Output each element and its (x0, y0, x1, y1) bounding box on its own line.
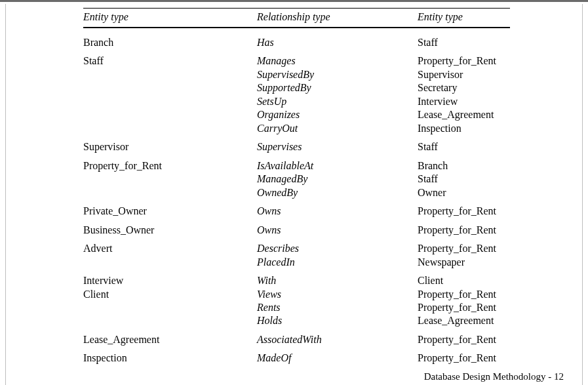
relationship-cell: Supervises (257, 140, 418, 153)
header-relationship: Relationship type (257, 11, 418, 23)
relationship-cell: AssociatedWith (257, 333, 418, 346)
entity-right-value: Property_for_Rent (418, 205, 510, 218)
entity-right-value: Property_for_Rent (418, 301, 510, 314)
entity-right-cell: Property_for_Rent (418, 224, 510, 237)
entity-left-value: Branch (83, 36, 257, 49)
entity-left-value: Inspection (83, 352, 257, 365)
page: Entity type Relationship type Entity typ… (5, 4, 583, 385)
entity-left-value: Staff (83, 54, 257, 68)
entity-right-value: Secretary (418, 81, 510, 94)
relationship-value: Views (257, 288, 418, 301)
relationship-value: Supervises (257, 140, 418, 153)
entity-right-value: Staff (418, 36, 510, 49)
table-row: Property_for_RentIsAvailableAtManagedByO… (83, 157, 510, 202)
entity-right-value: Owner (418, 186, 510, 199)
relationship-value: MadeOf (257, 352, 418, 365)
entity-right-cell: Property_for_Rent (418, 333, 510, 346)
entity-right-cell: Property_for_RentSupervisorSecretaryInte… (418, 54, 510, 135)
entity-left-cell: Business_Owner (83, 224, 257, 237)
relationship-value: Manages (257, 54, 418, 68)
entity-left-cell: InterviewClient (83, 274, 257, 328)
relationship-value: Has (257, 36, 418, 49)
entity-left-cell: Branch (83, 36, 257, 49)
header-entity-right: Entity type (418, 11, 510, 23)
entity-right-value: Property_for_Rent (418, 288, 510, 301)
relationship-value: AssociatedWith (257, 333, 418, 346)
relationship-cell: ManagesSupervisedBySupportedBySetsUpOrga… (257, 54, 418, 135)
table-body: BranchHasStaffStaffManagesSupervisedBySu… (83, 33, 510, 368)
table-header-rule (83, 27, 510, 28)
entity-right-value: Inspection (418, 122, 510, 135)
relationship-cell: Has (257, 36, 418, 49)
entity-right-cell: Staff (418, 36, 510, 49)
entity-left-value: Supervisor (83, 140, 257, 153)
table-row: Lease_AgreementAssociatedWithProperty_fo… (83, 331, 510, 349)
entity-left-value: Property_for_Rent (83, 159, 257, 172)
entity-right-value: Property_for_Rent (418, 224, 510, 237)
entity-right-cell: Property_for_Rent (418, 205, 510, 218)
entity-right-value: Lease_Agreement (418, 108, 510, 121)
entity-right-value: Property_for_Rent (418, 352, 510, 365)
table-row: AdvertDescribesPlacedInProperty_for_Rent… (83, 239, 510, 272)
relationship-value: ManagedBy (257, 172, 418, 186)
table-header-row: Entity type Relationship type Entity typ… (83, 9, 510, 27)
entity-left-cell: Advert (83, 242, 257, 269)
relationship-cell: IsAvailableAtManagedByOwnedBy (257, 159, 418, 199)
relationship-value: SupportedBy (257, 81, 418, 94)
entity-left-cell: Private_Owner (83, 205, 257, 218)
entity-right-cell: ClientProperty_for_RentProperty_for_Rent… (418, 274, 510, 328)
entity-left-cell: Inspection (83, 352, 257, 365)
table-row: Business_OwnerOwnsProperty_for_Rent (83, 221, 510, 239)
entity-right-value: Client (418, 274, 510, 287)
relationship-value: PlacedIn (257, 256, 418, 269)
entity-left-value: Advert (83, 242, 257, 255)
relationship-value: SupervisedBy (257, 68, 418, 81)
entity-right-value: Property_for_Rent (418, 54, 510, 68)
table-row: StaffManagesSupervisedBySupportedBySetsU… (83, 52, 510, 138)
relationship-cell: Owns (257, 205, 418, 218)
relationship-value: SetsUp (257, 95, 418, 108)
window-topbar (0, 0, 588, 2)
header-entity-left: Entity type (83, 11, 257, 23)
table-row: SupervisorSupervisesStaff (83, 138, 510, 156)
entity-left-cell: Property_for_Rent (83, 159, 257, 199)
entity-left-cell: Lease_Agreement (83, 333, 257, 346)
relationship-value: Organizes (257, 108, 418, 121)
relationship-value: CarryOut (257, 122, 418, 135)
entity-right-value: Supervisor (418, 68, 510, 81)
relationship-value: Rents (257, 301, 418, 314)
entity-left-value: Client (83, 288, 257, 301)
entity-right-cell: BranchStaffOwner (418, 159, 510, 199)
relationship-value: Holds (257, 314, 418, 327)
page-footer: Database Design Methodology - 12 (424, 371, 564, 382)
entity-right-value: Lease_Agreement (418, 314, 510, 327)
entity-left-cell: Supervisor (83, 140, 257, 153)
entity-right-value: Staff (418, 172, 510, 186)
entity-right-value: Property_for_Rent (418, 242, 510, 255)
entity-left-value: Interview (83, 274, 257, 287)
relationship-cell: WithViewsRentsHolds (257, 274, 418, 328)
entity-left-cell: Staff (83, 54, 257, 135)
entity-right-cell: Property_for_Rent (418, 352, 510, 365)
table-row: InterviewClientWithViewsRentsHoldsClient… (83, 272, 510, 331)
table-row: InspectionMadeOfProperty_for_Rent (83, 349, 510, 367)
relationship-cell: DescribesPlacedIn (257, 242, 418, 269)
relationship-value: OwnedBy (257, 186, 418, 199)
entity-left-value: Lease_Agreement (83, 333, 257, 346)
table-row: BranchHasStaff (83, 33, 510, 52)
entity-right-value: Branch (418, 159, 510, 172)
relationship-value: Describes (257, 242, 418, 255)
entity-right-cell: Staff (418, 140, 510, 153)
entity-left-value: Business_Owner (83, 224, 257, 237)
relationship-cell: Owns (257, 224, 418, 237)
relationship-value: With (257, 274, 418, 287)
entity-left-value: Private_Owner (83, 205, 257, 218)
relationship-value: Owns (257, 224, 418, 237)
entity-right-cell: Property_for_RentNewspaper (418, 242, 510, 269)
entity-right-value: Interview (418, 95, 510, 108)
relationship-value: IsAvailableAt (257, 159, 418, 172)
entity-right-value: Newspaper (418, 256, 510, 269)
table-content: Entity type Relationship type Entity typ… (6, 4, 582, 368)
entity-right-value: Staff (418, 140, 510, 153)
relationship-cell: MadeOf (257, 352, 418, 365)
